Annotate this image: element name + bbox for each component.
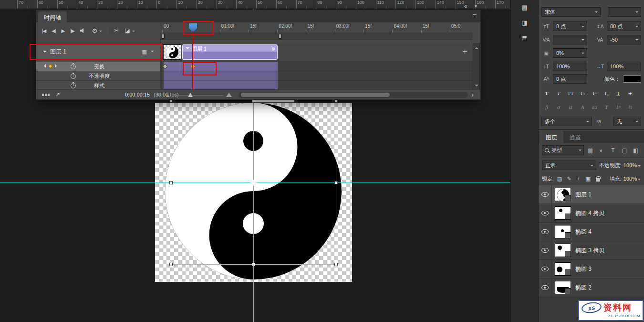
filter-type-layers-icon[interactable]: T: [608, 147, 618, 154]
layer-thumbnail[interactable]: [555, 244, 571, 257]
transform-handle-bottom-left[interactable]: [169, 263, 173, 266]
render-video-icon[interactable]: ↗: [55, 91, 60, 98]
blend-mode-select[interactable]: 正常: [542, 161, 596, 170]
property-row[interactable]: 样式: [36, 81, 472, 90]
faux-italic-button[interactable]: T: [553, 90, 564, 96]
zoom-in-icon[interactable]: [226, 93, 232, 97]
filter-shape-layers-icon[interactable]: ▢: [619, 147, 629, 154]
lock-all-icon[interactable]: [596, 178, 600, 182]
lock-position-icon[interactable]: +: [575, 176, 582, 182]
layer-visibility-eye-icon[interactable]: [541, 267, 549, 271]
previous-frame-button[interactable]: ◀|: [52, 28, 55, 33]
layer-row[interactable]: 椭圆 3: [539, 260, 644, 279]
work-area-start-handle[interactable]: [162, 34, 165, 39]
layer-row[interactable]: 椭圆 4: [539, 223, 644, 241]
layer-thumbnail[interactable]: [555, 206, 571, 220]
multi-select[interactable]: 多个: [541, 117, 592, 126]
fill-value[interactable]: 100%: [623, 176, 641, 182]
layer-name[interactable]: 椭圆 4 拷贝: [575, 209, 604, 217]
transition-icon[interactable]: ◪: [125, 27, 130, 34]
horizontal-scrollbar-thumb[interactable]: [241, 93, 390, 97]
superscript-button[interactable]: T¹: [589, 90, 600, 96]
lock-paint-icon[interactable]: ✎: [565, 176, 573, 182]
video-track-lane[interactable]: 图层 1: [160, 43, 473, 62]
language-select[interactable]: 无: [613, 117, 641, 126]
go-to-first-frame-button[interactable]: |◀: [42, 28, 46, 33]
timeline-vertical-scrollbar[interactable]: [473, 43, 480, 90]
layer-thumbnail[interactable]: [555, 188, 571, 201]
strikethrough-button[interactable]: T: [625, 90, 635, 96]
clipboard-panel-icon[interactable]: ▤: [519, 2, 531, 13]
property-row-header[interactable]: 不透明度: [36, 71, 160, 81]
panel-tab[interactable]: 图层: [540, 131, 563, 143]
timeline-tab[interactable]: 时间轴: [38, 11, 67, 22]
layer-row[interactable]: 图层 1: [539, 185, 644, 204]
kerning-select[interactable]: [553, 35, 587, 44]
next-keyframe-icon[interactable]: [55, 64, 59, 68]
property-row[interactable]: 不透明度: [36, 71, 472, 81]
layer-name[interactable]: 椭圆 4: [575, 228, 592, 236]
lock-artboard-icon[interactable]: ▣: [584, 176, 592, 182]
layer-filter-type-select[interactable]: 类型: [542, 145, 584, 155]
scroll-down-arrow-icon[interactable]: [475, 85, 478, 88]
fractions-button[interactable]: ½: [625, 104, 635, 110]
opacity-value[interactable]: 100%: [623, 162, 641, 168]
stopwatch-icon[interactable]: [71, 83, 76, 88]
horizontal-scale-input[interactable]: 100%: [607, 62, 641, 71]
layer-visibility-eye-icon[interactable]: [541, 192, 549, 197]
scroll-right-arrow-icon[interactable]: [472, 93, 476, 97]
standard-ligatures-button[interactable]: fi: [541, 104, 552, 110]
layer-row[interactable]: 椭圆 3 拷贝: [539, 241, 644, 260]
paragraph-panel-icon[interactable]: ≣: [519, 33, 531, 43]
swash-button[interactable]: A: [577, 104, 588, 110]
layer-visibility-eye-icon[interactable]: [541, 285, 549, 290]
video-clip[interactable]: 图层 1: [182, 44, 278, 60]
leading-input[interactable]: 80 点: [607, 21, 641, 31]
clip-corner-badge-icon[interactable]: [271, 47, 275, 51]
filter-adjustment-layers-icon[interactable]: ◐: [597, 147, 607, 154]
small-caps-button[interactable]: Tᴛ: [577, 90, 588, 96]
discretionary-ligatures-button[interactable]: st: [565, 104, 576, 110]
text-color-swatch[interactable]: [623, 75, 641, 83]
transform-handle-top-right[interactable]: [334, 99, 338, 103]
transform-handle-bottom-center[interactable]: [252, 263, 255, 266]
panel-tab[interactable]: 通道: [563, 131, 587, 143]
lock-transparency-icon[interactable]: ▨: [556, 176, 563, 182]
previous-keyframe-icon[interactable]: [42, 64, 46, 68]
layer-thumbnail[interactable]: [555, 225, 571, 238]
transform-handle-top-center[interactable]: [252, 99, 295, 103]
layer-name[interactable]: 图层 1: [575, 191, 592, 199]
property-lane[interactable]: [160, 81, 473, 90]
collapse-panel-icon[interactable]: «: [464, 3, 467, 10]
stopwatch-icon[interactable]: [71, 64, 76, 69]
layer-name[interactable]: 椭圆 3: [575, 265, 592, 273]
work-area-end-handle[interactable]: [279, 34, 281, 39]
layer-visibility-eye-icon[interactable]: [541, 211, 549, 215]
tracking-select[interactable]: -50: [607, 35, 641, 44]
contextual-alternates-button[interactable]: ơ: [553, 104, 564, 110]
property-row[interactable]: 变换: [36, 62, 472, 71]
convert-to-frame-animation-icon[interactable]: [42, 94, 44, 96]
font-family-select[interactable]: 宋体: [541, 7, 601, 17]
stopwatch-icon[interactable]: [71, 74, 76, 79]
transform-bounding-box[interactable]: [171, 101, 336, 265]
faux-bold-button[interactable]: T: [541, 90, 552, 96]
baseline-shift-input[interactable]: 0 点: [553, 74, 587, 84]
next-frame-button[interactable]: |▶: [70, 28, 74, 33]
layer-thumbnail[interactable]: [555, 262, 571, 276]
font-style-select[interactable]: [608, 7, 641, 17]
filter-smart-objects-icon[interactable]: ◧: [631, 147, 641, 154]
property-row-header[interactable]: 变换: [36, 62, 160, 71]
font-size-input[interactable]: 8 点: [553, 21, 587, 31]
titling-alternates-button[interactable]: T: [601, 104, 612, 110]
clip-thumbnail[interactable]: [163, 44, 181, 60]
transform-handle-bottom-right[interactable]: [334, 263, 338, 266]
timeline-settings-gear-icon[interactable]: ⚙: [92, 27, 98, 34]
transform-handle-mid-right[interactable]: [334, 181, 338, 184]
split-at-playhead-scissors-icon[interactable]: ✂: [114, 27, 119, 34]
timeline-horizontal-scrollbar[interactable]: [239, 92, 468, 98]
transform-handle-mid-left[interactable]: [169, 181, 173, 184]
panel-menu-icon[interactable]: ≡: [473, 12, 477, 20]
vertical-scale-input[interactable]: 100%: [553, 62, 587, 71]
layer-row[interactable]: 椭圆 4 拷贝: [539, 204, 644, 223]
